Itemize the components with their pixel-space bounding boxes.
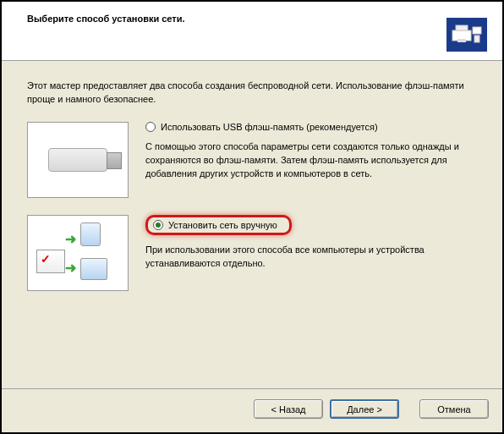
radio-manual-label: Установить сеть вручную	[168, 220, 277, 230]
usb-description: С помощью этого способа параметры сети с…	[145, 140, 477, 181]
cancel-button[interactable]: Отмена	[419, 399, 489, 419]
radio-manual[interactable]: Установить сеть вручную	[145, 215, 292, 235]
dialog-footer: < Назад Далее > Отмена	[2, 388, 502, 432]
intro-text: Этот мастер предоставляет два способа со…	[27, 80, 477, 107]
printer-network-icon	[446, 18, 487, 52]
svg-rect-4	[474, 36, 479, 42]
manual-description: При использовании этого способа все комп…	[145, 244, 477, 271]
usb-flash-image	[27, 122, 129, 198]
wizard-dialog: Выберите способ установки сети. Этот мас…	[2, 2, 502, 432]
radio-usb-input[interactable]	[145, 122, 156, 132]
svg-rect-2	[457, 39, 466, 42]
arrow-icon: ➜	[65, 231, 76, 247]
svg-rect-1	[456, 25, 468, 30]
next-button[interactable]: Далее >	[330, 399, 399, 419]
dialog-header: Выберите способ установки сети.	[2, 2, 502, 61]
option-usb-row: Использовать USB флэш-память (рекомендуе…	[27, 122, 477, 198]
back-button[interactable]: < Назад	[254, 399, 323, 419]
radio-usb-label: Использовать USB флэш-память (рекомендуе…	[161, 122, 378, 132]
option-manual-row: ➜ ➜ Установить сеть вручную При использо…	[27, 215, 477, 291]
computer-icon	[80, 258, 107, 280]
options-container: Использовать USB флэш-память (рекомендуе…	[27, 122, 477, 291]
svg-rect-3	[473, 27, 481, 34]
option-manual-body: Установить сеть вручную При использовани…	[145, 215, 477, 271]
checklist-icon	[36, 250, 65, 273]
manual-setup-image: ➜ ➜	[27, 215, 129, 291]
radio-manual-input[interactable]	[153, 220, 163, 230]
arrow-icon: ➜	[65, 260, 76, 276]
device-icon	[80, 222, 101, 246]
usb-drive-icon	[48, 148, 107, 172]
dialog-content: Этот мастер предоставляет два способа со…	[2, 61, 502, 388]
dialog-title: Выберите способ установки сети.	[27, 14, 185, 24]
option-usb-body: Использовать USB флэш-память (рекомендуе…	[145, 122, 477, 181]
radio-usb[interactable]: Использовать USB флэш-память (рекомендуе…	[145, 122, 477, 132]
